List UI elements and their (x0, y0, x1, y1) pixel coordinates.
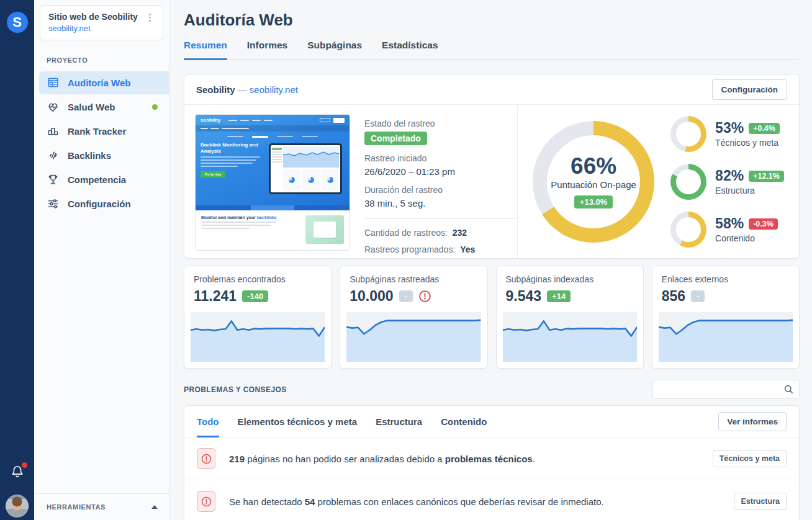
crawl-count-label: Cantidad de rastreos: (364, 228, 448, 238)
stat-cards: Problemas encontrados 11.241 -140 Subpág… (184, 266, 800, 369)
problems-card: Todo Elementos técnicos y meta Estructur… (184, 405, 800, 520)
stat-card-indexadas[interactable]: Subpáginas indexadas 9.543 +14 (496, 266, 644, 369)
problems-tab-tecnicos[interactable]: Elementos técnicos y meta (238, 406, 358, 437)
crawl-status-label: Estado del rastreo (364, 119, 517, 128)
problem-category-button[interactable]: Técnicos y meta (713, 450, 787, 467)
tools-section-label: HERRAMIENTAS (47, 503, 106, 511)
problem-row[interactable]: 219 páginas no han podido ser analizadas… (184, 437, 799, 480)
kebab-menu-icon[interactable]: ⋮ (143, 11, 156, 34)
subscore-contenido: 58% -0.3% Contenido (670, 212, 784, 248)
site-card-domain[interactable]: seobility.net (48, 23, 138, 34)
crawl-scheduled-value: Yes (460, 244, 475, 254)
onpage-score-delta: +13.0% (574, 195, 613, 208)
site-thumbnail[interactable]: seobility Backlink Monitoring and Analys… (195, 114, 350, 251)
sidebar-item-competencia[interactable]: Competencia (39, 168, 169, 191)
thumbnail-hero: seobility Backlink Monitoring and Analys… (196, 115, 350, 205)
crawl-duration-value: 38 min., 5 seg. (364, 198, 517, 208)
subscore-value: 53% (715, 120, 744, 137)
tab-informes[interactable]: Informes (247, 40, 287, 59)
seobility-logo-icon[interactable]: S (7, 12, 28, 33)
warning-circle-icon[interactable] (418, 290, 431, 303)
tab-resumen[interactable]: Resumen (184, 40, 227, 60)
subscore-label: Técnicos y meta (715, 138, 780, 148)
problems-tabs: Todo Elementos técnicos y meta Estructur… (184, 406, 799, 437)
site-card-title: Sitio web de Seobility (48, 11, 138, 23)
sliders-icon (47, 197, 60, 210)
sidebar-item-auditoria-web[interactable]: Auditoría Web (39, 71, 169, 94)
subscore-value: 82% (715, 168, 744, 184)
onpage-score-value: 66% (571, 155, 616, 179)
stat-label: Problemas encontrados (194, 274, 322, 284)
separator: — (238, 84, 247, 95)
subscore-tecnicos: 53% +0.4% Técnicos y meta (670, 116, 784, 152)
problems-tab-contenido[interactable]: Contenido (441, 406, 487, 437)
sidebar-item-label: Backlinks (68, 150, 111, 161)
crawl-started-label: Rastreo iniciado (364, 153, 517, 163)
site-card[interactable]: Sitio web de Seobility seobility.net ⋮ (40, 5, 163, 40)
stat-delta-badge: -140 (242, 290, 268, 302)
thumbnail-bottom-link: backlinks (257, 215, 277, 220)
subscores: 53% +0.4% Técnicos y meta 82% +12.1% (670, 116, 784, 248)
stat-card-rastreadas[interactable]: Subpáginas rastreadas 10.000 - (340, 266, 487, 369)
subscore-donut (670, 116, 706, 152)
subscore-delta: +12.1% (749, 171, 784, 182)
sidebar-item-rank-tracker[interactable]: Rank Tracker (39, 120, 169, 143)
problem-text: Se han detectado 54 problemas con enlace… (229, 496, 604, 507)
tab-estadisticas[interactable]: Estadísticas (382, 40, 438, 59)
problems-section-label: PROBLEMAS Y CONSEJOS (184, 385, 287, 394)
search-icon[interactable] (783, 384, 794, 395)
sparkline-chart (191, 312, 325, 362)
settings-button[interactable]: Configuración (712, 79, 788, 100)
health-icon (47, 101, 60, 114)
overview-card-header: Seobility — seobility.net Configuración (184, 75, 799, 105)
problem-category-button[interactable]: Estructura (734, 493, 787, 510)
stat-delta-badge: - (399, 290, 413, 302)
tab-subpaginas[interactable]: Subpáginas (307, 40, 362, 59)
problems-search (652, 380, 800, 399)
subscore-delta: +0.4% (749, 123, 780, 134)
overview-card-body: seobility Backlink Monitoring and Analys… (184, 105, 799, 258)
stat-card-enlaces[interactable]: Enlaces externos 856 - (652, 266, 800, 369)
sidebar-item-configuracion[interactable]: Configuración (39, 192, 169, 215)
subscore-donut (670, 212, 706, 248)
backlinks-icon (47, 149, 60, 162)
avatar[interactable] (6, 495, 29, 518)
sidebar-item-label: Rank Tracker (68, 126, 126, 137)
sidebar-item-label: Competencia (68, 174, 126, 185)
overview-left: seobility Backlink Monitoring and Analys… (184, 105, 517, 258)
stat-card-problemas[interactable]: Problemas encontrados 11.241 -140 (184, 266, 332, 369)
sidebar-spacer (34, 215, 169, 493)
project-section-label: PROYECTO (47, 56, 169, 64)
sidebar-item-salud-web[interactable]: Salud Web (39, 96, 169, 119)
sparkline-chart (346, 312, 480, 362)
main-tabs: Resumen Informes Subpáginas Estadísticas (184, 40, 800, 60)
problems-tab-todo[interactable]: Todo (197, 406, 219, 437)
thumbnail-cta-button: Try for free (201, 171, 225, 177)
crawl-started-value: 26/6/2020 – 01:23 pm (364, 166, 517, 177)
sidebar-nav: Auditoría Web Salud Web Rank Tracker Bac… (34, 71, 169, 215)
view-reports-button[interactable]: Ver informes (718, 412, 787, 431)
stat-label: Enlaces externos (662, 274, 790, 284)
site-domain-link[interactable]: seobility.net (250, 84, 298, 95)
subscore-label: Contenido (715, 233, 778, 243)
problems-section-header: PROBLEMAS Y CONSEJOS (184, 380, 800, 399)
trophy-icon (47, 173, 60, 186)
problems-tab-estructura[interactable]: Estructura (376, 406, 422, 437)
problem-row[interactable]: Se han detectado 54 problemas con enlace… (184, 480, 799, 520)
stat-value: 9.543 (506, 288, 542, 305)
sparkline-chart (659, 312, 793, 362)
sidebar-item-backlinks[interactable]: Backlinks (39, 144, 169, 167)
crawl-status: Estado del rastreo Completado Rastreo in… (364, 114, 517, 249)
tools-collapse-bar[interactable]: HERRAMIENTAS (34, 493, 169, 520)
problem-text: 219 páginas no han podido ser analizadas… (229, 454, 535, 464)
notifications-button[interactable] (11, 465, 24, 481)
sparkline-chart (503, 312, 637, 362)
search-input[interactable] (652, 380, 800, 399)
subscore-value: 58% (715, 215, 744, 232)
error-severity-tile (197, 491, 215, 512)
stat-value: 11.241 (194, 288, 237, 305)
subscore-estructura: 82% +12.1% Estructura (670, 164, 784, 200)
stat-delta-badge: - (691, 290, 705, 302)
error-severity-tile (197, 448, 215, 469)
crawl-scheduled-label: Rastreos programados: (364, 244, 455, 254)
